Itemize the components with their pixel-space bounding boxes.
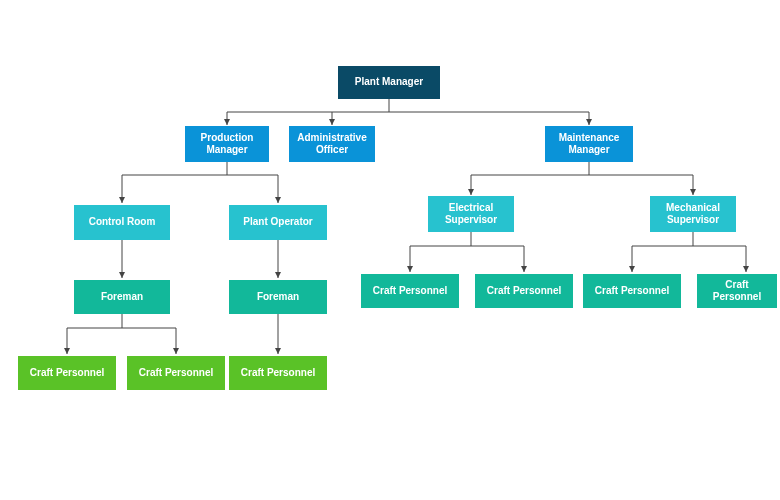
org-chart: Plant Manager Production Manager Adminis… (0, 0, 780, 500)
node-maintenance-manager: Maintenance Manager (545, 126, 633, 162)
node-craft-6: Craft Personnel (583, 274, 681, 308)
node-plant-operator: Plant Operator (229, 205, 327, 240)
node-craft-1: Craft Personnel (18, 356, 116, 390)
node-electrical-supervisor: Electrical Supervisor (428, 196, 514, 232)
node-craft-5: Craft Personnel (475, 274, 573, 308)
node-craft-2: Craft Personnel (127, 356, 225, 390)
node-craft-4: Craft Personnel (361, 274, 459, 308)
node-admin-officer: Administrative Officer (289, 126, 375, 162)
node-control-room: Control Room (74, 205, 170, 240)
node-craft-7: Craft Personnel (697, 274, 777, 308)
node-foreman-1: Foreman (74, 280, 170, 314)
node-craft-3: Craft Personnel (229, 356, 327, 390)
node-mechanical-supervisor: Mechanical Supervisor (650, 196, 736, 232)
node-foreman-2: Foreman (229, 280, 327, 314)
node-plant-manager: Plant Manager (338, 66, 440, 99)
node-production-manager: Production Manager (185, 126, 269, 162)
